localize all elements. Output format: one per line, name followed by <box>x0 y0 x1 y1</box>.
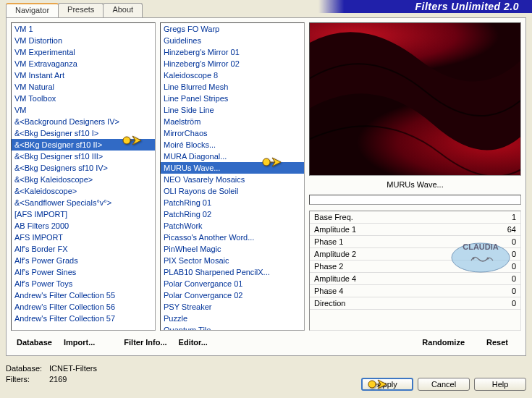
param-value: 0 <box>494 287 516 295</box>
list-item[interactable]: VM Natural <box>12 81 155 93</box>
list-item[interactable]: PIX Sector Mosaic <box>161 255 304 266</box>
app-header: Filters Unlimited 2.0 <box>318 0 532 13</box>
list-item[interactable]: VM Experimental <box>12 46 155 58</box>
list-item[interactable]: MURA Diagonal... <box>161 151 304 162</box>
param-name: Amplitude 4 <box>314 274 494 283</box>
list-item[interactable]: Alf's Power Toys <box>12 278 155 289</box>
list-item[interactable]: VM 1 <box>12 23 155 35</box>
param-value: 0 <box>494 250 516 258</box>
param-name: Direction <box>314 299 494 308</box>
randomize-button[interactable]: Randomize <box>422 338 465 347</box>
list-item[interactable]: PSY Streaker <box>161 301 304 313</box>
import-button[interactable]: Import... <box>64 338 95 347</box>
footer-info: Database:ICNET-Filters Filters:2169 <box>6 360 97 394</box>
list-item[interactable]: PinWheel Magic <box>161 243 304 255</box>
database-button[interactable]: Database <box>17 338 52 347</box>
list-item[interactable]: Andrew's Filter Collection 56 <box>12 301 155 313</box>
list-item[interactable]: Picasso's Another Word... <box>161 232 304 243</box>
list-item[interactable]: PatchRing 01 <box>161 197 304 208</box>
list-item[interactable]: PatchWork <box>161 220 304 232</box>
list-item[interactable]: Kaleidoscope 8 <box>161 69 304 81</box>
reset-button[interactable]: Reset <box>486 338 508 347</box>
param-value: 0 <box>494 274 516 283</box>
list-item[interactable]: Andrew's Filter Collection 57 <box>12 313 155 324</box>
list-item[interactable]: &<Kaleidoscope> <box>12 185 155 197</box>
param-value: 64 <box>494 225 516 234</box>
tab-navigator[interactable]: Navigator <box>6 3 59 17</box>
list-item[interactable]: Maelström <box>161 116 304 127</box>
param-row[interactable]: Amplitude 164 <box>310 224 520 236</box>
list-item[interactable]: &<Bkg Designer sf10 I> <box>12 127 155 139</box>
list-item[interactable]: VM Toolbox <box>12 93 155 104</box>
param-row[interactable]: Amplitude 20 <box>310 248 520 261</box>
action-bar: Database Import... Filter Info... Editor… <box>11 334 521 350</box>
cancel-button[interactable]: Cancel <box>418 378 470 391</box>
param-row[interactable]: Phase 10 <box>310 236 520 248</box>
param-row[interactable]: Direction0 <box>310 297 520 310</box>
category-list[interactable]: VM 1VM DistortionVM ExperimentalVM Extra… <box>11 22 156 331</box>
list-item[interactable]: Alf's Border FX <box>12 243 155 255</box>
list-item[interactable]: PLAB10 Sharpened PencilX... <box>161 266 304 278</box>
list-item[interactable]: VM Instant Art <box>12 69 155 81</box>
filter-list[interactable]: Gregs FO WarpGuidelinesHinzeberg's Mirro… <box>160 22 305 331</box>
param-name: Base Freq. <box>314 213 494 221</box>
apply-button[interactable]: Apply <box>361 378 413 391</box>
tab-presets[interactable]: Presets <box>58 3 104 17</box>
list-item[interactable]: VM Distortion <box>12 35 155 46</box>
app-title: Filters Unlimited 2.0 <box>415 1 519 12</box>
footer: Database:ICNET-Filters Filters:2169 Appl… <box>6 360 526 394</box>
param-row[interactable]: Phase 40 <box>310 285 520 297</box>
list-item[interactable]: Alf's Power Grads <box>12 255 155 266</box>
editor-button[interactable]: Editor... <box>179 338 208 347</box>
param-row[interactable]: Phase 20 <box>310 261 520 273</box>
preview-label: MURUs Wave... <box>309 179 521 192</box>
list-item[interactable]: Quantum Tile <box>161 324 304 331</box>
param-name: Amplitude 1 <box>314 225 494 234</box>
list-item[interactable]: Guidelines <box>161 35 304 46</box>
param-row[interactable]: Amplitude 40 <box>310 273 520 285</box>
parameter-list[interactable]: CLAUDIA Base Freq.1Amplitude 164Phase 10… <box>309 211 521 331</box>
list-item[interactable]: &<Background Designers IV> <box>12 116 155 127</box>
tab-about[interactable]: About <box>103 3 143 17</box>
list-item[interactable]: VM Extravaganza <box>12 58 155 69</box>
list-item[interactable]: Andrew's Filter Collection 55 <box>12 289 155 301</box>
param-row[interactable]: Base Freq.1 <box>310 211 520 224</box>
list-item[interactable]: Alf's Power Sines <box>12 266 155 278</box>
list-item[interactable]: PatchRing 02 <box>161 208 304 220</box>
list-item[interactable]: &<Sandflower Specials°v°> <box>12 197 155 208</box>
list-item[interactable]: Line Side Line <box>161 104 304 116</box>
list-item[interactable]: Polar Convergance 02 <box>161 289 304 301</box>
list-item[interactable]: Line Panel Stripes <box>161 93 304 104</box>
db-label: Database: <box>6 363 49 374</box>
progress-bar <box>309 195 521 205</box>
list-item[interactable]: Line Blurred Mesh <box>161 81 304 93</box>
list-item[interactable]: Polar Convergance 01 <box>161 278 304 289</box>
main-panel: VM 1VM DistortionVM ExperimentalVM Extra… <box>6 17 526 356</box>
help-button[interactable]: Help <box>474 378 526 391</box>
list-item[interactable]: NEO Vasarely Mosaics <box>161 174 304 185</box>
param-value: 1 <box>494 213 516 221</box>
list-item[interactable]: AB Filters 2000 <box>12 220 155 232</box>
list-item[interactable]: VM <box>12 104 155 116</box>
list-item[interactable]: MURUs Wave... <box>161 162 304 174</box>
param-name: Phase 4 <box>314 287 494 295</box>
db-value: ICNET-Filters <box>49 364 97 373</box>
list-item[interactable]: Gregs FO Warp <box>161 23 304 35</box>
list-item[interactable]: Puzzle <box>161 313 304 324</box>
list-item[interactable]: &<Bkg Designers sf10 IV> <box>12 162 155 174</box>
list-item[interactable]: MirrorChaos <box>161 127 304 139</box>
list-item[interactable]: OLI Rayons de Soleil <box>161 185 304 197</box>
list-item[interactable]: Moiré Blocks... <box>161 139 304 151</box>
filter-info-button[interactable]: Filter Info... <box>124 338 166 347</box>
filters-value: 2169 <box>49 375 67 384</box>
list-item[interactable]: Hinzeberg's Mirror 01 <box>161 46 304 58</box>
list-item[interactable]: &<Bkg Designer sf10 III> <box>12 151 155 162</box>
filters-label: Filters: <box>6 374 49 385</box>
list-item[interactable]: &<BKg Designer sf10 II> <box>12 139 155 151</box>
list-item[interactable]: [AFS IMPORT] <box>12 208 155 220</box>
list-item[interactable]: Hinzeberg's Mirror 02 <box>161 58 304 69</box>
list-item[interactable]: AFS IMPORT <box>12 232 155 243</box>
list-item[interactable]: &<Bkg Kaleidoscope> <box>12 174 155 185</box>
param-name: Amplitude 2 <box>314 250 494 258</box>
param-value: 0 <box>494 237 516 246</box>
